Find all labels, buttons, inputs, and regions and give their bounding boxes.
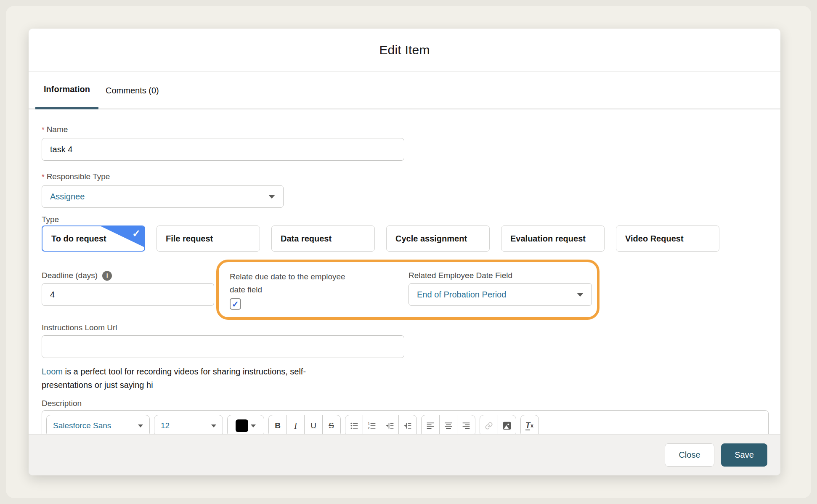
text-style-group: B I U S [268,415,341,434]
description-label: Description [42,398,769,409]
close-button[interactable]: Close [665,443,714,467]
deadline-input[interactable] [42,283,214,306]
strikethrough-button[interactable]: S [322,415,341,434]
chevron-down-icon [577,293,584,297]
name-label: * Name [42,125,769,135]
editor-toolbar: Salesforce Sans 12 B I U S [42,411,768,434]
loom-link[interactable]: Loom [42,367,63,376]
type-option-to-do-request[interactable]: To do request ✓ [42,225,145,252]
svg-text:2: 2 [368,427,370,430]
italic-button[interactable]: I [286,415,305,434]
bullet-list-icon [350,422,358,430]
description-rich-text-editor: Salesforce Sans 12 B I U S [42,410,769,434]
chevron-down-icon [211,424,216,427]
instructions-loom-url-label: Instructions Loom Url [42,323,769,333]
instructions-loom-url-input[interactable] [42,335,404,358]
bold-button[interactable]: B [268,415,287,434]
type-option-cycle-assignment[interactable]: Cycle assignment [386,225,490,252]
tab-information[interactable]: Information [35,72,98,109]
align-right-button[interactable] [457,415,475,434]
font-size-select[interactable]: 12 [154,415,223,434]
form-body: * Name * Responsible Type Assignee Type … [29,109,780,434]
relate-due-date-field: Relate due date to the employee date fie… [230,270,361,310]
align-center-icon [444,422,453,430]
deadline-section: Deadline (days) i Relate due date to the… [42,257,769,323]
remove-format-icon: T [525,422,530,430]
numbered-list-icon: 12 [368,422,376,430]
info-icon[interactable]: i [102,271,112,281]
type-option-video-request[interactable]: Video Request [616,225,719,252]
type-option-data-request[interactable]: Data request [271,225,375,252]
align-right-icon [462,422,470,430]
outdent-button[interactable] [398,415,417,434]
deadline-field: Deadline (days) i [42,271,214,306]
align-left-button[interactable] [421,415,440,434]
chevron-down-icon [138,424,143,427]
responsible-type-value: Assignee [50,192,85,202]
image-icon [502,421,512,430]
tab-comments[interactable]: Comments (0) [98,72,166,109]
insert-link-button[interactable] [480,415,498,434]
related-employee-date-field: Related Employee Date Field End of Proba… [408,271,592,306]
required-asterisk: * [42,126,45,134]
name-input[interactable] [42,138,404,161]
indent-icon [386,422,394,430]
font-family-value: Salesforce Sans [53,421,111,430]
relate-due-date-label: Relate due date to the employee date fie… [230,270,361,296]
type-label: Type [42,215,769,225]
align-center-button[interactable] [439,415,458,434]
insert-image-button[interactable] [498,415,516,434]
modal-footer: Close Save [29,434,780,475]
underline-button[interactable]: U [304,415,323,434]
align-group [421,415,475,434]
edit-item-modal: Edit Item Information Comments (0) * Nam… [29,29,780,475]
related-employee-date-select[interactable]: End of Probation Period [408,283,592,306]
type-option-evaluation-request[interactable]: Evaluation request [501,225,605,252]
align-left-icon [426,422,435,430]
indent-button[interactable] [381,415,399,434]
color-swatch [236,419,248,432]
link-icon [485,422,493,430]
check-icon: ✓ [132,228,141,239]
related-employee-date-label: Related Employee Date Field [408,271,592,281]
required-asterisk: * [42,173,45,181]
modal-header: Edit Item [29,29,780,72]
loom-hint-text: Loom is a perfect tool for recording vid… [42,365,311,392]
remove-format-button[interactable]: Tx [520,415,539,434]
check-icon: ✓ [232,300,239,308]
page-title: Edit Item [379,43,430,57]
text-color-picker[interactable] [227,415,264,434]
type-button-group: To do request ✓ File request Data reques… [42,225,769,252]
font-family-select[interactable]: Salesforce Sans [46,415,150,434]
bullet-list-button[interactable] [345,415,363,434]
relate-due-date-checkbox[interactable]: ✓ [230,298,241,310]
related-employee-date-value: End of Probation Period [417,290,506,300]
responsible-type-label: * Responsible Type [42,172,769,182]
responsible-type-select[interactable]: Assignee [42,185,284,208]
deadline-label: Deadline (days) i [42,271,214,281]
font-size-value: 12 [161,421,170,430]
outdent-icon [403,422,412,430]
type-option-file-request[interactable]: File request [157,225,260,252]
clear-format-group: Tx [520,415,539,434]
chevron-down-icon [268,195,275,199]
numbered-list-button[interactable]: 12 [363,415,381,434]
save-button[interactable]: Save [721,443,767,467]
chevron-down-icon [251,424,256,427]
svg-text:1: 1 [368,422,370,425]
tab-bar: Information Comments (0) [29,72,780,109]
list-group: 12 [345,415,417,434]
insert-group [480,415,516,434]
